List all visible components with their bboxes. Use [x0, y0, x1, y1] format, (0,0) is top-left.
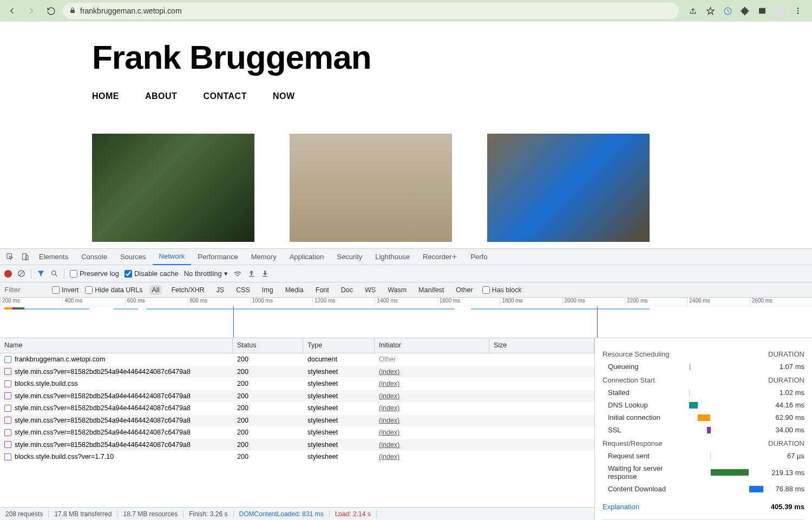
- filter-img[interactable]: Img: [259, 285, 276, 295]
- filter-font[interactable]: Font: [313, 285, 332, 295]
- share-icon[interactable]: [687, 5, 698, 16]
- timeline-tick: 2000 ms: [562, 298, 625, 306]
- filter-css[interactable]: CSS: [233, 285, 253, 295]
- request-status: 200: [233, 368, 303, 376]
- timeline-tick: 400 ms: [62, 298, 125, 306]
- file-icon: [4, 453, 11, 460]
- filter-js[interactable]: JS: [214, 285, 227, 295]
- record-button[interactable]: [4, 270, 12, 278]
- filter-manifest[interactable]: Manifest: [416, 285, 447, 295]
- col-status[interactable]: Status: [233, 338, 303, 353]
- request-row[interactable]: blocks.style.build.css 200 stylesheet (i…: [0, 378, 594, 390]
- request-row[interactable]: style.min.css?ver=81582bdb254a94e4464424…: [0, 414, 594, 427]
- request-row[interactable]: frankbruggeman.c.wetopi.com 200 document…: [0, 353, 594, 366]
- tab-console[interactable]: Console: [75, 249, 114, 265]
- svg-point-4: [797, 12, 799, 14]
- request-initiator[interactable]: (index): [375, 404, 489, 412]
- gallery-image-1[interactable]: [92, 134, 254, 242]
- filter-media[interactable]: Media: [283, 285, 306, 295]
- file-icon: [4, 429, 11, 436]
- request-type: document: [303, 356, 375, 363]
- timing-row: Queueing 1.07 ms: [603, 363, 804, 371]
- request-initiator[interactable]: Other: [375, 356, 489, 363]
- request-row[interactable]: blocks.style.build.css?ver=1.7.10 200 st…: [0, 451, 594, 463]
- col-size[interactable]: Size: [489, 338, 594, 353]
- hide-data-urls-checkbox[interactable]: Hide data URLs: [85, 286, 142, 294]
- col-initiator[interactable]: Initiator: [375, 338, 489, 353]
- has-blocked-checkbox[interactable]: Has block: [482, 286, 522, 294]
- filter-input[interactable]: [2, 285, 45, 295]
- gallery-image-2[interactable]: [290, 134, 452, 242]
- request-type: stylesheet: [303, 429, 375, 436]
- reload-button[interactable]: [43, 3, 58, 18]
- invert-checkbox[interactable]: Invert: [52, 286, 78, 294]
- timing-label: Queueing: [603, 363, 689, 371]
- wifi-icon[interactable]: [233, 269, 242, 278]
- request-initiator[interactable]: (index): [375, 429, 489, 436]
- filter-other[interactable]: Other: [453, 285, 475, 295]
- request-initiator[interactable]: (index): [375, 441, 489, 449]
- tab-recorder[interactable]: Recorder: [416, 249, 464, 265]
- address-bar[interactable]: frankbruggeman.c.wetopi.com: [63, 3, 679, 19]
- filter-wasm[interactable]: Wasm: [385, 285, 409, 295]
- filter-doc[interactable]: Doc: [338, 285, 356, 295]
- star-icon[interactable]: [705, 5, 716, 16]
- explanation-link[interactable]: Explanation: [603, 503, 639, 511]
- tab-memory[interactable]: Memory: [245, 249, 283, 265]
- request-initiator[interactable]: (index): [375, 392, 489, 400]
- status-transferred: 17.8 MB transferred: [49, 510, 117, 518]
- nav-contact[interactable]: CONTACT: [203, 91, 247, 101]
- filter-all[interactable]: All: [149, 285, 162, 295]
- tab-lighthouse[interactable]: Lighthouse: [369, 249, 416, 265]
- col-name[interactable]: Name: [0, 338, 233, 353]
- request-type: stylesheet: [303, 380, 375, 387]
- upload-icon[interactable]: [247, 269, 256, 278]
- download-icon[interactable]: [261, 269, 269, 278]
- request-initiator[interactable]: (index): [375, 453, 489, 460]
- request-type: stylesheet: [303, 417, 375, 424]
- search-icon[interactable]: [50, 269, 58, 278]
- request-initiator[interactable]: (index): [375, 380, 489, 387]
- extensions-icon[interactable]: [739, 5, 750, 16]
- throttling-select[interactable]: No throttling ▾: [184, 269, 228, 278]
- svg-rect-1: [759, 8, 765, 14]
- panel-icon[interactable]: [757, 5, 768, 16]
- tab-sources[interactable]: Sources: [114, 249, 153, 265]
- request-initiator[interactable]: (index): [375, 417, 489, 424]
- request-initiator[interactable]: (index): [375, 368, 489, 376]
- request-row[interactable]: style.min.css?ver=81582bdb254a94e4464424…: [0, 439, 594, 451]
- request-row[interactable]: style.min.css?ver=81582bdb254a94e4464424…: [0, 390, 594, 403]
- nav-about[interactable]: ABOUT: [145, 91, 177, 101]
- request-row[interactable]: style.min.css?ver=81582bdb254a94e4464424…: [0, 426, 594, 439]
- filter-fetch[interactable]: Fetch/XHR: [168, 285, 207, 295]
- tab-application[interactable]: Application: [283, 249, 331, 265]
- inspect-icon[interactable]: [2, 249, 17, 265]
- status-finish: Finish: 3.26 s: [184, 510, 233, 518]
- tab-security[interactable]: Security: [330, 249, 369, 265]
- tab-elements[interactable]: Elements: [32, 249, 75, 265]
- col-type[interactable]: Type: [303, 338, 375, 353]
- tab-performance[interactable]: Performance: [191, 249, 244, 265]
- disable-cache-checkbox[interactable]: Disable cache: [125, 269, 179, 278]
- filter-ws[interactable]: WS: [362, 285, 378, 295]
- filter-icon[interactable]: [37, 269, 45, 278]
- nav-now[interactable]: NOW: [273, 91, 295, 101]
- preserve-log-checkbox[interactable]: Preserve log: [70, 269, 119, 278]
- url-text: frankbruggeman.c.wetopi.com: [80, 6, 672, 15]
- clear-icon[interactable]: [17, 269, 25, 278]
- profile-avatar[interactable]: [774, 5, 786, 17]
- back-button[interactable]: [4, 3, 19, 18]
- request-row[interactable]: style.min.css?ver=81582bdb254a94e4464424…: [0, 366, 594, 378]
- timing-value: 44.16 ms: [759, 401, 804, 409]
- device-icon[interactable]: [17, 249, 32, 265]
- menu-icon[interactable]: [793, 5, 803, 16]
- network-timeline[interactable]: 200 ms400 ms600 ms800 ms1000 ms1200 ms14…: [0, 298, 812, 338]
- tab-network[interactable]: Network: [153, 249, 192, 265]
- tab-perfo[interactable]: Perfo: [464, 249, 494, 265]
- gallery-image-3[interactable]: [487, 134, 650, 242]
- forward-button[interactable]: [24, 3, 39, 18]
- extension-icon-1[interactable]: [722, 5, 733, 16]
- nav-home[interactable]: HOME: [92, 91, 119, 101]
- timeline-tick: 200 ms: [0, 298, 62, 306]
- request-row[interactable]: style.min.css?ver=81582bdb254a94e4464424…: [0, 402, 594, 414]
